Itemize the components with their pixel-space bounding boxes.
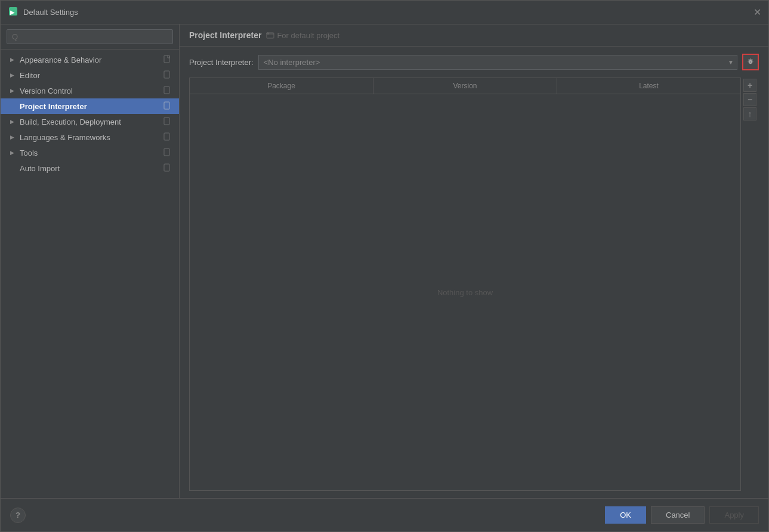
main-panel: Project Interpreter For default project … xyxy=(180,24,768,498)
sidebar-item-editor[interactable]: ▶ Editor xyxy=(1,67,179,83)
sidebar: ▶ Appearance & Behavior ▶ Editor ▶ Versi… xyxy=(1,24,180,498)
table-header: Package Version Latest xyxy=(190,78,740,94)
help-button[interactable]: ? xyxy=(10,508,26,523)
help-label: ? xyxy=(16,511,20,519)
table-body: Nothing to show xyxy=(190,94,740,490)
arrow-icon: ▶ xyxy=(10,57,16,63)
sidebar-item-version-control[interactable]: ▶ Version Control xyxy=(1,83,179,98)
sidebar-item-appearance[interactable]: ▶ Appearance & Behavior xyxy=(1,52,179,67)
svg-rect-5 xyxy=(164,86,169,94)
svg-rect-9 xyxy=(164,149,169,156)
gear-button[interactable] xyxy=(742,54,759,70)
sidebar-item-label: Auto Import xyxy=(20,164,160,173)
sidebar-item-label: Build, Execution, Deployment xyxy=(20,117,160,126)
svg-rect-10 xyxy=(164,164,169,171)
subtitle-text: For default project xyxy=(277,31,339,40)
content-area: ▶ Appearance & Behavior ▶ Editor ▶ Versi… xyxy=(1,24,768,498)
empty-message: Nothing to show xyxy=(437,288,493,297)
sidebar-item-label: Languages & Frameworks xyxy=(20,133,160,142)
sidebar-item-tools[interactable]: ▶ Tools xyxy=(1,145,179,160)
svg-rect-2 xyxy=(164,55,169,63)
arrow-icon: ▶ xyxy=(10,72,16,78)
svg-rect-7 xyxy=(164,117,169,125)
svg-rect-4 xyxy=(164,71,169,78)
svg-rect-11 xyxy=(267,33,274,38)
sidebar-item-project-interpreter[interactable]: ▶ Project Interpreter xyxy=(1,98,179,114)
col-latest: Latest xyxy=(557,78,740,94)
interpreter-label: Project Interpreter: xyxy=(189,58,254,67)
app-icon: ▶ xyxy=(8,6,18,18)
sidebar-item-label: Appearance & Behavior xyxy=(20,55,160,64)
main-header: Project Interpreter For default project xyxy=(180,24,768,47)
svg-rect-8 xyxy=(164,133,169,140)
ok-button[interactable]: OK xyxy=(605,506,646,524)
footer-left: ? xyxy=(10,508,26,523)
sidebar-item-build-execution[interactable]: ▶ Build, Execution, Deployment xyxy=(1,114,179,129)
add-package-button[interactable]: + xyxy=(743,79,756,92)
page-subtitle: For default project xyxy=(266,31,339,46)
svg-rect-6 xyxy=(164,102,169,109)
footer: ? OK Cancel Apply xyxy=(1,498,768,531)
cancel-button[interactable]: Cancel xyxy=(651,506,705,524)
doc-icon-interpreter xyxy=(163,101,173,111)
search-bar xyxy=(1,24,179,50)
sidebar-item-languages[interactable]: ▶ Languages & Frameworks xyxy=(1,129,179,145)
sidebar-item-label: Version Control xyxy=(20,86,160,95)
apply-button[interactable]: Apply xyxy=(709,506,759,524)
arrow-icon: ▶ xyxy=(10,134,16,140)
table-container: Package Version Latest Nothing to show +… xyxy=(189,78,759,491)
sidebar-item-label: Tools xyxy=(20,149,160,157)
folder-icon xyxy=(266,31,274,39)
side-actions: + − ↑ xyxy=(741,78,759,491)
sidebar-item-label: Project Interpreter xyxy=(20,102,160,111)
col-package: Package xyxy=(190,78,373,94)
footer-right: OK Cancel Apply xyxy=(605,506,759,524)
doc-icon-tools xyxy=(163,148,173,157)
svg-text:▶: ▶ xyxy=(10,9,15,16)
interpreter-row: Project Interpreter: <No interpreter> ▼ xyxy=(189,54,759,70)
col-version: Version xyxy=(373,78,557,94)
main-window: ▶ Default Settings ✕ ▶ Appearance & Beha… xyxy=(0,0,769,532)
doc-icon-build xyxy=(163,117,173,126)
titlebar-left: ▶ Default Settings xyxy=(8,6,78,18)
sidebar-item-label: Editor xyxy=(20,71,160,80)
doc-icon-editor xyxy=(163,70,173,80)
titlebar: ▶ Default Settings ✕ xyxy=(1,1,768,24)
doc-icon-languages xyxy=(163,132,173,142)
doc-icon-appearance xyxy=(163,55,173,64)
interpreter-select[interactable]: <No interpreter> xyxy=(258,55,737,70)
search-input[interactable] xyxy=(7,29,173,44)
sidebar-item-auto-import[interactable]: ▶ Auto Import xyxy=(1,160,179,176)
doc-icon-auto-import xyxy=(163,163,173,173)
interpreter-select-wrapper: <No interpreter> ▼ xyxy=(258,55,737,70)
nav-items: ▶ Appearance & Behavior ▶ Editor ▶ Versi… xyxy=(1,50,179,498)
arrow-icon: ▶ xyxy=(10,88,16,94)
page-title: Project Interpreter xyxy=(189,30,261,46)
close-button[interactable]: ✕ xyxy=(753,7,761,18)
arrow-icon: ▶ xyxy=(10,150,16,156)
window-title: Default Settings xyxy=(23,8,78,17)
upgrade-package-button[interactable]: ↑ xyxy=(743,107,756,120)
main-body: Project Interpreter: <No interpreter> ▼ xyxy=(180,47,768,498)
doc-icon-vc xyxy=(163,86,173,95)
arrow-icon: ▶ xyxy=(10,119,16,125)
packages-table: Package Version Latest Nothing to show xyxy=(189,78,741,491)
remove-package-button[interactable]: − xyxy=(743,93,756,106)
gear-icon xyxy=(746,57,755,67)
